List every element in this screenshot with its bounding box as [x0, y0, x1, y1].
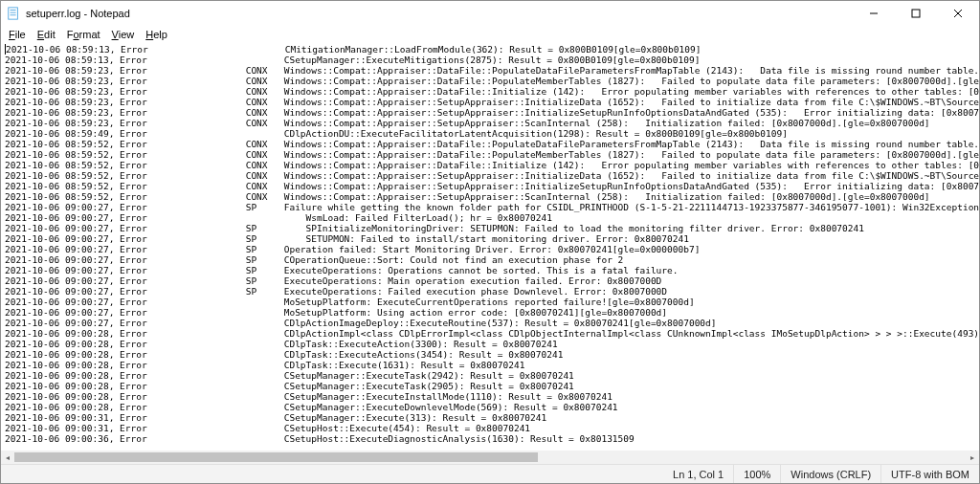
close-button[interactable] — [937, 1, 979, 26]
notepad-icon — [7, 7, 20, 20]
status-encoding: UTF-8 with BOM — [880, 465, 979, 483]
window-title: setuperr.log - Notepad — [26, 8, 130, 19]
status-position: Ln 1, Col 1 — [663, 465, 733, 483]
title-left: setuperr.log - Notepad — [7, 7, 130, 20]
titlebar[interactable]: setuperr.log - Notepad — [1, 1, 979, 26]
app-window: setuperr.log - Notepad File Edit Format … — [0, 0, 980, 484]
menu-edit[interactable]: Edit — [33, 28, 60, 41]
menu-format[interactable]: Format — [62, 28, 105, 41]
horizontal-scrollbar[interactable]: ◂ ▸ — [1, 451, 979, 464]
status-line-ending: Windows (CRLF) — [780, 465, 880, 483]
menu-view[interactable]: View — [107, 28, 140, 41]
scroll-right-button[interactable]: ▸ — [966, 451, 979, 464]
statusbar: Ln 1, Col 1 100% Windows (CRLF) UTF-8 wi… — [1, 464, 979, 483]
scroll-left-button[interactable]: ◂ — [1, 451, 14, 464]
menu-help[interactable]: Help — [141, 28, 172, 41]
text-editor[interactable]: 2021-10-06 08:59:13, Error CMitigationMa… — [1, 43, 979, 451]
window-controls — [853, 1, 979, 26]
menu-file[interactable]: File — [4, 28, 31, 41]
menubar: File Edit Format View Help — [1, 26, 979, 43]
scroll-track[interactable] — [14, 451, 966, 464]
scroll-thumb[interactable] — [14, 452, 538, 462]
minimize-button[interactable] — [853, 1, 895, 26]
svg-rect-5 — [912, 10, 920, 17]
status-zoom: 100% — [733, 465, 780, 483]
maximize-button[interactable] — [895, 1, 937, 26]
editor-area: 2021-10-06 08:59:13, Error CMitigationMa… — [1, 43, 979, 464]
svg-rect-0 — [9, 8, 18, 19]
